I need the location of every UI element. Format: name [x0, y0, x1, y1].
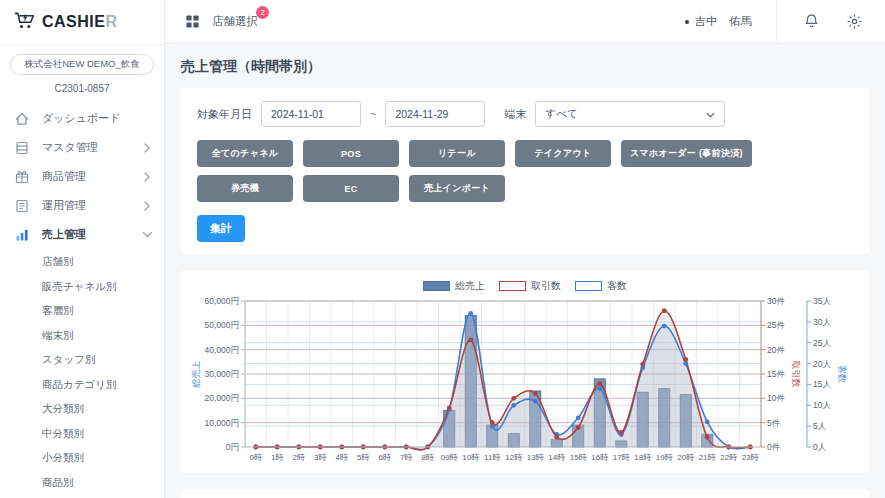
svg-text:18時: 18時 [634, 453, 651, 462]
svg-text:12時: 12時 [505, 453, 522, 462]
date-to-input[interactable]: 2024-11-29 [385, 101, 485, 127]
legend-item-transactions[interactable]: 取引数 [499, 279, 561, 293]
aggregate-button[interactable]: 集計 [197, 215, 245, 242]
app-root: CASHIER 株式会社NEW DEMO_飲食 C2301-0857 ダッシュボ… [0, 0, 885, 498]
svg-text:10時: 10時 [462, 453, 479, 462]
channel-button-売上インポート[interactable]: 売上インポート [409, 175, 505, 202]
home-icon [14, 111, 30, 127]
chart-card: 総売上 取引数 客数 0円10,000円20,000円30,000円40,000… [181, 270, 869, 473]
svg-text:0人: 0人 [813, 442, 827, 452]
cart-icon [14, 11, 36, 34]
sidebar-subitem-小分類別[interactable]: 小分類別 [0, 445, 164, 470]
svg-text:40,000円: 40,000円 [205, 345, 240, 355]
sidebar-subitem-大分類別[interactable]: 大分類別 [0, 396, 164, 421]
svg-text:20件: 20件 [767, 345, 785, 355]
user-menu[interactable]: 吉中 佑馬 [685, 14, 753, 29]
svg-text:1時: 1時 [271, 453, 283, 462]
svg-text:30件: 30件 [767, 296, 785, 306]
date-separator: ~ [370, 108, 376, 120]
sidebar-item-label: 売上管理 [42, 227, 144, 242]
company-code: C2301-0857 [0, 83, 164, 94]
sidebar-subitem-中分類別[interactable]: 中分類別 [0, 421, 164, 446]
company-name[interactable]: 株式会社NEW DEMO_飲食 [10, 54, 154, 75]
date-from-input[interactable]: 2024-11-01 [261, 101, 361, 127]
sidebar: CASHIER 株式会社NEW DEMO_飲食 C2301-0857 ダッシュボ… [0, 0, 165, 498]
store-count-badge: 2 [256, 6, 269, 19]
brand-name: CASHIER [42, 13, 118, 31]
svg-text:0件: 0件 [767, 442, 781, 452]
svg-text:10人: 10人 [813, 400, 831, 410]
sidebar-subitem-販売チャネル別[interactable]: 販売チャネル別 [0, 274, 164, 299]
sidebar-subitem-スタッフ別[interactable]: スタッフ別 [0, 347, 164, 372]
sidebar-item-商品管理[interactable]: 商品管理 [0, 162, 164, 191]
store-select-button[interactable]: 店舗選択2 [185, 14, 258, 29]
channel-button-EC[interactable]: EC [303, 175, 399, 202]
svg-text:50,000円: 50,000円 [205, 320, 240, 330]
sidebar-subitem-店舗別[interactable]: 店舗別 [0, 249, 164, 274]
bell-icon[interactable] [803, 13, 820, 30]
svg-text:60,000円: 60,000円 [205, 296, 240, 306]
sidebar-item-label: ダッシュボード [42, 111, 152, 126]
svg-text:5時: 5時 [357, 453, 369, 462]
sidebar-subitem-商品カテゴリ別[interactable]: 商品カテゴリ別 [0, 372, 164, 397]
channel-button-スマホオーダー (事前決済)[interactable]: スマホオーダー (事前決済) [621, 140, 752, 167]
svg-text:取引数: 取引数 [791, 361, 801, 388]
date-range-label: 対象年月日 [197, 107, 252, 122]
svg-text:17時: 17時 [613, 453, 630, 462]
sidebar-item-マスタ管理[interactable]: マスタ管理 [0, 133, 164, 162]
store-select-label: 店舗選択 [212, 15, 258, 27]
sidebar-item-label: 商品管理 [42, 169, 144, 184]
svg-text:15時: 15時 [570, 453, 587, 462]
topbar: 店舗選択2 吉中 佑馬 [165, 0, 885, 44]
svg-text:09時: 09時 [441, 453, 458, 462]
sidebar-item-売上管理[interactable]: 売上管理 [0, 220, 164, 249]
sidebar-item-label: 運用管理 [42, 198, 144, 213]
legend-item-sales[interactable]: 総売上 [423, 279, 485, 293]
chevron-right-icon [144, 143, 152, 153]
sidebar-item-ダッシュボード[interactable]: ダッシュボード [0, 104, 164, 133]
svg-text:5人: 5人 [813, 421, 827, 431]
terminal-select[interactable]: すべて [535, 101, 725, 127]
svg-text:13時: 13時 [527, 453, 544, 462]
chevron-down-icon [144, 230, 152, 240]
svg-text:15件: 15件 [767, 369, 785, 379]
svg-text:0時: 0時 [250, 453, 262, 462]
svg-text:2時: 2時 [293, 453, 305, 462]
brand-logo[interactable]: CASHIER [0, 0, 164, 45]
channel-button-券売機[interactable]: 券売機 [197, 175, 293, 202]
sidebar-item-label: マスタ管理 [42, 140, 144, 155]
gear-icon[interactable] [846, 13, 863, 30]
svg-text:11時: 11時 [484, 453, 500, 462]
sales-swatch [423, 281, 450, 291]
channel-button-全てのチャネル[interactable]: 全てのチャネル [197, 140, 293, 167]
channel-button-リテール[interactable]: リテール [409, 140, 505, 167]
sidebar-subitem-客層別[interactable]: 客層別 [0, 298, 164, 323]
channel-button-POS[interactable]: POS [303, 140, 399, 167]
sidebar-item-運用管理[interactable]: 運用管理 [0, 191, 164, 220]
filter-card: 対象年月日 2024-11-01 ~ 2024-11-29 端末 すべて 全ての… [181, 88, 869, 254]
sidebar-subitem-端末別[interactable]: 端末別 [0, 323, 164, 348]
chart-legend: 総売上 取引数 客数 [189, 279, 861, 293]
grid-icon [185, 14, 200, 29]
legend-item-customers[interactable]: 客数 [575, 279, 627, 293]
svg-text:21時: 21時 [699, 453, 716, 462]
svg-text:8時: 8時 [422, 453, 434, 462]
svg-text:0円: 0円 [226, 442, 239, 452]
svg-text:14時: 14時 [548, 453, 565, 462]
topbar-divider [776, 0, 777, 44]
svg-text:7時: 7時 [400, 453, 412, 462]
user-name: 吉中 佑馬 [695, 14, 753, 29]
transactions-swatch [499, 281, 526, 291]
sidebar-subitem-商品別[interactable]: 商品別 [0, 470, 164, 495]
svg-text:10件: 10件 [767, 393, 785, 403]
svg-text:30,000円: 30,000円 [205, 369, 240, 379]
sidebar-subitem-商品オプション別[interactable]: 商品オプション別 [0, 494, 164, 498]
svg-text:22時: 22時 [720, 453, 737, 462]
sidebar-menu: ダッシュボードマスタ管理商品管理運用管理売上管理店舗別販売チャネル別客層別端末別… [0, 104, 164, 498]
svg-text:20人: 20人 [813, 359, 831, 369]
channel-button-テイクアウト[interactable]: テイクアウト [515, 140, 611, 167]
svg-text:総売上: 総売上 [191, 361, 201, 389]
svg-text:客数: 客数 [837, 365, 847, 383]
svg-text:10,000円: 10,000円 [205, 418, 240, 428]
main-content: 売上管理（時間帯別） 対象年月日 2024-11-01 ~ 2024-11-29… [165, 44, 885, 498]
